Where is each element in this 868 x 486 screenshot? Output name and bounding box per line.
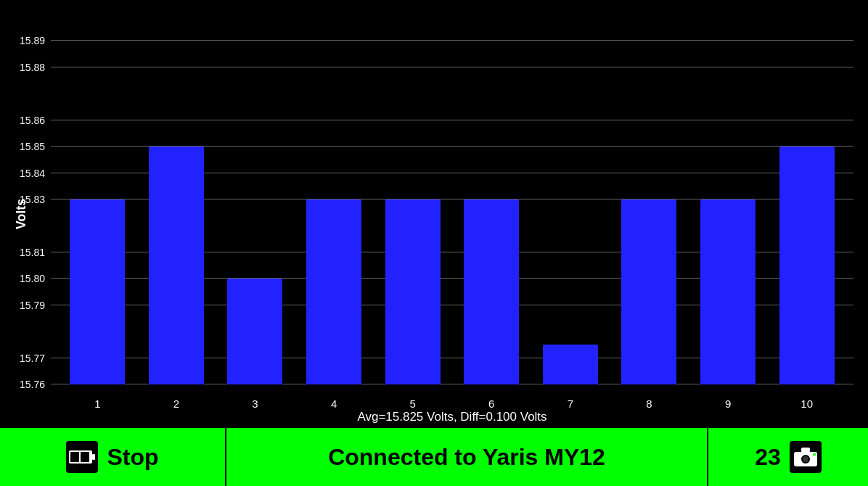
chart-area: Volts 15.8915.8815.8615.8515.8415.8315.8… [0, 0, 868, 428]
bars-container [51, 15, 853, 384]
x-tick-label: 3 [216, 398, 295, 410]
x-tick-label: 4 [295, 398, 374, 410]
camera-icon[interactable] [790, 441, 822, 473]
y-tick-label: 15.89 [20, 35, 45, 46]
svg-rect-1 [92, 454, 95, 460]
connection-section: Connected to Yaris MY12 [226, 428, 708, 486]
y-tick-label: 15.77 [20, 353, 45, 364]
chart-inner: 15.8915.8815.8615.8515.8415.8315.8115.80… [51, 15, 853, 384]
bar [464, 199, 519, 384]
y-tick-label: 15.85 [20, 141, 45, 152]
y-tick-label: 15.76 [20, 379, 45, 390]
x-tick-label: 6 [452, 398, 531, 410]
bar-group [767, 15, 846, 384]
count-section: 23 [708, 428, 868, 486]
bar [70, 199, 125, 384]
bar-group [137, 15, 216, 384]
x-tick-label: 2 [137, 398, 216, 410]
y-tick-label: 15.80 [20, 273, 45, 284]
y-tick-label: 15.84 [20, 168, 45, 179]
y-tick-label: 15.88 [20, 62, 45, 73]
bar [543, 345, 598, 384]
bar [385, 199, 441, 384]
svg-point-6 [803, 456, 808, 462]
bar-group [216, 15, 295, 384]
bar [227, 279, 282, 384]
x-tick-label: 7 [531, 398, 610, 410]
bar [779, 147, 835, 384]
bar-group [295, 15, 374, 384]
bar-group [452, 15, 531, 384]
x-tick-label: 9 [689, 398, 768, 410]
y-tick-label: 15.81 [20, 247, 45, 258]
y-tick-label: 15.79 [20, 300, 45, 311]
bar-group [58, 15, 137, 384]
bar [149, 147, 204, 384]
chart-subtitle: Avg=15.825 Volts, Diff=0.100 Volts [51, 410, 853, 424]
bar-group [531, 15, 610, 384]
bar [700, 199, 756, 384]
x-tick-label: 10 [767, 398, 846, 410]
svg-rect-2 [70, 452, 79, 462]
bottom-bar: Stop Connected to Yaris MY12 23 [0, 428, 868, 486]
count-label: 23 [755, 444, 781, 471]
bar-group [610, 15, 689, 384]
x-tick-label: 1 [58, 398, 137, 410]
bar [621, 199, 676, 384]
stop-section: Stop [0, 428, 226, 486]
x-tick-label: 8 [610, 398, 689, 410]
bar-group [373, 15, 452, 384]
y-tick-label: 15.83 [20, 194, 45, 205]
svg-rect-7 [801, 448, 810, 453]
x-tick-label: 5 [373, 398, 452, 410]
bar-group [689, 15, 768, 384]
y-tick-label: 15.86 [20, 115, 45, 126]
connection-label: Connected to Yaris MY12 [328, 444, 605, 471]
stop-button[interactable]: Stop [107, 444, 158, 471]
bar [306, 199, 361, 384]
battery-icon [66, 441, 98, 473]
svg-rect-8 [813, 453, 816, 456]
svg-rect-3 [81, 452, 89, 462]
